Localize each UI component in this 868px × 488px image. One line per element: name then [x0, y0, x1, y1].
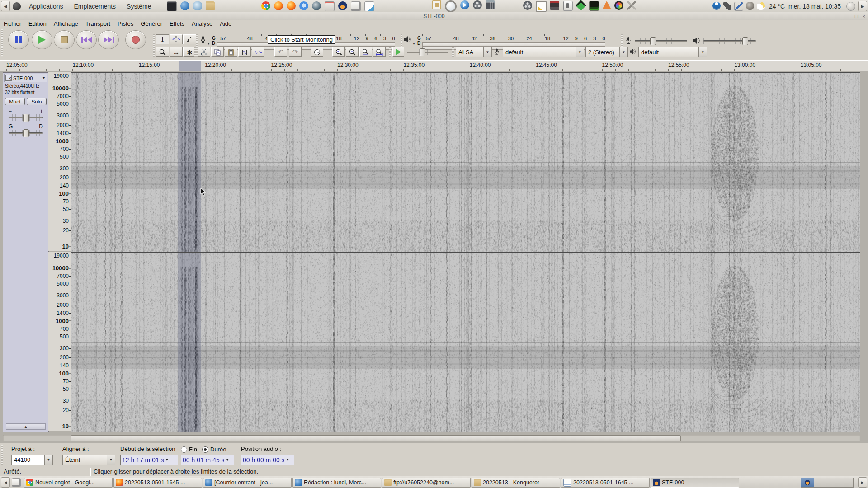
input-device-select[interactable]: default ▼: [503, 47, 584, 57]
menu-item[interactable]: Fichier: [0, 20, 25, 27]
paste-button[interactable]: [225, 47, 237, 57]
playback-meter[interactable]: ▼ GD -57-48-42-36-30-24-18-12-9-6-30: [404, 34, 605, 48]
play-at-speed-button[interactable]: [392, 47, 404, 57]
workspace-3[interactable]: [827, 478, 840, 487]
launcher-icon[interactable]: [589, 1, 599, 11]
panel-clock[interactable]: mer. 18 mai, 10:35: [788, 3, 841, 10]
draw-tool-button[interactable]: [183, 34, 196, 44]
playback-volume-thumb[interactable]: [742, 37, 748, 45]
launcher-icon[interactable]: [432, 0, 441, 9]
stop-button[interactable]: [54, 30, 75, 49]
workspace-4[interactable]: [840, 478, 853, 487]
menu-item[interactable]: Pistes: [114, 20, 137, 27]
field-dropdown-icon[interactable]: ▼: [226, 458, 229, 461]
taskbar-item[interactable]: Rédaction : lundi, Merc...: [292, 478, 381, 488]
track-menu-dropdown-icon[interactable]: ▼: [42, 76, 47, 80]
panel-menu-item[interactable]: Système: [121, 0, 156, 12]
launcher-icon[interactable]: [180, 1, 189, 10]
zoom-tool-button[interactable]: [156, 47, 169, 57]
skip-to-start-button[interactable]: [76, 30, 97, 49]
horizontal-scrollbar[interactable]: [3, 435, 860, 441]
snap-to-select[interactable]: Éteint ▼: [62, 455, 115, 465]
fit-project-button[interactable]: [373, 47, 386, 57]
maximize-icon[interactable]: □: [855, 14, 858, 19]
gain-slider[interactable]: [8, 113, 44, 121]
mute-button[interactable]: Muet: [5, 98, 25, 105]
panel-collapse-left-button[interactable]: ◀: [1, 1, 10, 11]
launcher-icon[interactable]: [167, 1, 177, 11]
tray-icon[interactable]: [712, 2, 721, 10]
launcher-icon[interactable]: [338, 1, 347, 10]
launcher-icon[interactable]: [299, 1, 308, 10]
audio-host-select[interactable]: ALSA ▼: [456, 47, 492, 57]
session-menu-icon[interactable]: [846, 2, 855, 11]
gain-thumb[interactable]: [23, 114, 29, 122]
skip-to-end-button[interactable]: [98, 30, 119, 49]
recording-volume-thumb[interactable]: [650, 37, 656, 45]
copy-button[interactable]: [211, 47, 224, 57]
selection-region[interactable]: [178, 73, 201, 252]
pan-thumb[interactable]: [23, 129, 29, 137]
input-channels-select[interactable]: 2 (Stereo) ▼: [585, 47, 628, 57]
field-dropdown-icon[interactable]: ▼: [165, 458, 169, 461]
panel-collapse-right-button[interactable]: ▶: [858, 1, 867, 11]
selection-start-field[interactable]: 12 h 17 m 01 s ▼: [120, 455, 178, 465]
meter-dropdown-icon[interactable]: ▼: [207, 42, 210, 45]
menu-item[interactable]: Effets: [166, 20, 188, 27]
menu-item[interactable]: Analyse: [188, 20, 216, 27]
project-rate-select[interactable]: 44100 ▼: [11, 455, 53, 465]
silence-audio-button[interactable]: [252, 47, 264, 57]
tray-icon[interactable]: [746, 2, 754, 10]
taskbar-item[interactable]: [Courrier entrant - jea...: [203, 478, 292, 488]
show-desktop-icon[interactable]: [12, 478, 21, 487]
envelope-tool-button[interactable]: [170, 34, 183, 44]
taskbar-item[interactable]: ftp://u76052240@hom...: [382, 478, 471, 488]
taskbar-item[interactable]: 20220513 - Konqueror: [472, 478, 560, 488]
launcher-icon[interactable]: [486, 0, 495, 9]
device-toolbar-grip[interactable]: [452, 47, 454, 57]
selection-end-radio[interactable]: Fin: [181, 446, 197, 453]
track-collapse-button[interactable]: ▲: [6, 423, 46, 430]
record-button[interactable]: [125, 30, 146, 49]
launcher-icon[interactable]: [274, 1, 283, 10]
launcher-icon[interactable]: [325, 1, 335, 11]
timeshift-tool-button[interactable]: ↔: [170, 47, 183, 57]
audio-position-field[interactable]: 00 h 00 m 00 s ▼: [241, 455, 294, 465]
field-dropdown-icon[interactable]: ▼: [286, 458, 289, 461]
spectrogram-left-channel[interactable]: [71, 72, 860, 252]
minimize-icon[interactable]: –: [848, 14, 850, 19]
selection-toolbar-grip[interactable]: [1, 445, 3, 465]
workspace-1[interactable]: [801, 478, 814, 487]
launcher-icon[interactable]: [627, 1, 636, 10]
launcher-icon[interactable]: [460, 0, 469, 9]
selection-region[interactable]: [178, 253, 201, 432]
tray-icon[interactable]: [723, 2, 731, 10]
taskbar-collapse-right-button[interactable]: ▶: [858, 477, 867, 488]
selection-tool-button[interactable]: I: [156, 34, 169, 44]
workspace-2[interactable]: [814, 478, 827, 487]
monitor-tooltip[interactable]: Click to Start Monitoring: [268, 35, 335, 44]
taskbar-item[interactable]: Nouvel onglet - Googl...: [24, 478, 113, 488]
menu-item[interactable]: Edition: [25, 20, 50, 27]
timeline-ruler[interactable]: 12:05:0012:10:0012:15:0012:20:0012:25:00…: [0, 60, 868, 72]
selection-duration-field[interactable]: 00 h 01 m 45 s ▼: [181, 455, 234, 465]
undo-button[interactable]: ↶: [274, 47, 287, 57]
timeline-selection-region[interactable]: [179, 61, 201, 71]
launcher-icon[interactable]: [576, 0, 586, 11]
close-icon[interactable]: ×: [863, 14, 865, 19]
zoom-in-button[interactable]: [332, 47, 345, 57]
spectrogram-right-channel[interactable]: [71, 252, 860, 432]
radio-circle[interactable]: [202, 446, 208, 453]
launcher-icon[interactable]: [206, 1, 215, 10]
meter-dropdown-icon[interactable]: ▼: [412, 42, 415, 45]
launcher-icon[interactable]: [536, 1, 547, 12]
launcher-icon[interactable]: [603, 1, 611, 9]
pan-slider[interactable]: [8, 129, 44, 136]
playback-volume-slider[interactable]: [703, 37, 757, 45]
launcher-icon[interactable]: [351, 1, 361, 11]
selection-duration-radio[interactable]: Durée: [202, 446, 226, 453]
taskbar-item[interactable]: 20220513-0501-1645 ...: [561, 478, 650, 488]
tray-icon[interactable]: [734, 2, 743, 11]
launcher-icon[interactable]: [445, 0, 457, 12]
menu-item[interactable]: Aide: [216, 20, 235, 27]
